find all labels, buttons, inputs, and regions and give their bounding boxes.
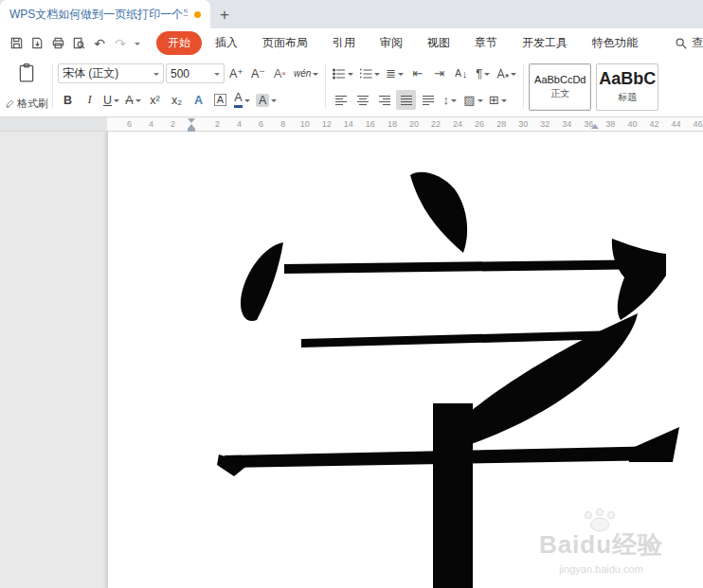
clear-format-button[interactable]: A xyxy=(270,63,290,83)
superscript-button[interactable]: x² xyxy=(145,90,165,110)
align-left-icon xyxy=(334,95,348,106)
ribbon-tab[interactable]: 特色功能 xyxy=(581,31,649,55)
show-marks-button[interactable]: ¶ xyxy=(473,63,493,83)
brush-icon xyxy=(5,98,15,109)
font-size-combo[interactable]: 500 xyxy=(166,63,225,83)
distribute-icon xyxy=(422,95,435,106)
bullet-list-icon xyxy=(333,68,346,80)
strikethrough-button[interactable]: A xyxy=(123,90,143,110)
paste-button[interactable] xyxy=(17,62,36,87)
style-heading[interactable]: AaBbC 标题 xyxy=(596,63,658,111)
align-center-icon xyxy=(356,95,370,106)
divider xyxy=(52,64,53,109)
numbered-list-icon xyxy=(359,68,372,80)
font-group: 宋体 (正文) 500 A⁺ A⁻ A wén B I U A x² x₂ A xyxy=(58,62,320,111)
first-line-indent-marker[interactable] xyxy=(188,118,195,123)
menu-bar: ↶ ↷ 开始插入页面布局引用审阅视图章节开发工具特色功能 查 xyxy=(0,28,703,58)
document-area: Baidu经验 jingyan.baidu.com xyxy=(0,132,703,588)
search-label: 查 xyxy=(692,35,703,51)
align-right-icon xyxy=(378,95,391,106)
chevron-down-icon xyxy=(153,73,159,79)
font-name-value: 宋体 (正文) xyxy=(63,65,118,81)
text-effects-button[interactable]: A xyxy=(189,90,208,110)
ruler-left-numbers: 642 xyxy=(118,119,184,129)
style-label: 正文 xyxy=(550,87,569,100)
text-tools-button[interactable] xyxy=(495,63,518,83)
document-tab-title: WPS文档如何做到一页纸打印一个字 xyxy=(9,7,188,23)
print-icon[interactable] xyxy=(47,32,68,55)
horizontal-ruler: 642 246810121416182022242628303234363840… xyxy=(0,117,703,132)
ribbon-tabs: 开始插入页面布局引用审阅视图章节开发工具特色功能 xyxy=(155,31,650,55)
paragraph-group: ≣ ⇤ ⇥ A↓ ¶ xyxy=(331,62,518,111)
decrease-font-button[interactable]: A⁻ xyxy=(248,63,268,83)
ribbon-tab[interactable]: 引用 xyxy=(321,31,367,55)
bold-button[interactable]: B xyxy=(58,90,78,110)
phonetic-guide-button[interactable]: wén xyxy=(292,63,320,83)
style-normal[interactable]: AaBbCcDd 正文 xyxy=(529,63,591,111)
ribbon-tab[interactable]: 审阅 xyxy=(369,31,414,55)
clipboard-group: 格式刷 xyxy=(6,62,47,111)
character-border-button[interactable]: A xyxy=(210,90,230,110)
redo-icon[interactable]: ↷ xyxy=(110,32,131,55)
ribbon-toolbar: 格式刷 宋体 (正文) 500 A⁺ A⁻ A wén B xyxy=(0,58,703,117)
ribbon-tab[interactable]: 开发工具 xyxy=(511,31,579,55)
right-indent-marker[interactable] xyxy=(591,124,599,129)
font-size-value: 500 xyxy=(171,67,189,80)
ribbon-tab[interactable]: 插入 xyxy=(204,31,249,55)
numbered-list-button[interactable] xyxy=(357,63,382,83)
sort-button[interactable]: A↓ xyxy=(451,63,471,83)
subscript-button[interactable]: x₂ xyxy=(167,90,187,110)
quick-access-more-icon[interactable] xyxy=(131,32,144,55)
ribbon-tab[interactable]: 视图 xyxy=(416,31,461,55)
styles-gallery: AaBbCcDd 正文 AaBbC 标题 xyxy=(529,62,703,111)
save-icon[interactable] xyxy=(6,32,27,55)
distribute-button[interactable] xyxy=(418,90,438,110)
ribbon-tab[interactable]: 页面布局 xyxy=(251,31,319,55)
align-right-button[interactable] xyxy=(374,90,394,110)
style-label: 标题 xyxy=(618,91,637,104)
bullet-list-button[interactable] xyxy=(331,63,355,83)
new-tab-button[interactable]: + xyxy=(210,1,239,28)
divider xyxy=(523,64,524,109)
text-tools-icon xyxy=(496,68,509,80)
ribbon-tab[interactable]: 章节 xyxy=(463,31,509,55)
line-spacing-button[interactable]: ↕ xyxy=(440,90,460,110)
clipboard-icon xyxy=(17,62,36,83)
format-painter-button[interactable]: 格式刷 xyxy=(5,97,48,111)
unsaved-indicator-dot xyxy=(194,11,201,18)
chevron-down-icon xyxy=(214,73,220,79)
ruler-margin-area xyxy=(0,117,107,131)
document-tab[interactable]: WPS文档如何做到一页纸打印一个字 xyxy=(0,0,210,28)
tab-bar: WPS文档如何做到一页纸打印一个字 + xyxy=(0,0,703,28)
style-preview: AaBbCcDd xyxy=(534,74,586,85)
font-name-combo[interactable]: 宋体 (正文) xyxy=(58,63,164,83)
wps-window: WPS文档如何做到一页纸打印一个字 + ↶ ↷ 开始插入页面布局引用审阅视图章节… xyxy=(0,0,703,588)
ribbon-tab[interactable]: 开始 xyxy=(156,31,202,55)
italic-button[interactable]: I xyxy=(80,90,99,110)
increase-font-button[interactable]: A⁺ xyxy=(226,63,246,83)
ribbon-search[interactable]: 查 xyxy=(675,35,703,51)
format-painter-label: 格式刷 xyxy=(17,97,48,111)
font-color-button[interactable]: A xyxy=(232,90,252,110)
align-left-button[interactable] xyxy=(331,90,351,110)
undo-icon[interactable]: ↶ xyxy=(89,32,110,55)
export-icon[interactable] xyxy=(27,32,47,55)
ruler-numbers: 2468101214161820222426283032343638404244… xyxy=(207,119,703,129)
divider xyxy=(325,64,326,109)
borders-button[interactable]: ⊞ xyxy=(487,90,509,110)
shading-button[interactable]: ▨ xyxy=(461,90,484,110)
justify-button[interactable] xyxy=(396,90,416,110)
justify-icon xyxy=(400,95,413,106)
decrease-indent-button[interactable]: ⇤ xyxy=(407,63,427,83)
print-preview-icon[interactable] xyxy=(68,32,89,55)
increase-indent-button[interactable]: ⇥ xyxy=(429,63,449,83)
style-preview: AaBbC xyxy=(599,69,656,89)
document-page[interactable] xyxy=(107,132,703,588)
underline-button[interactable]: U xyxy=(101,90,121,110)
search-icon xyxy=(675,37,688,50)
multilevel-list-button[interactable]: ≣ xyxy=(384,63,406,83)
align-center-button[interactable] xyxy=(352,90,372,110)
highlight-color-button[interactable]: A xyxy=(254,90,279,110)
